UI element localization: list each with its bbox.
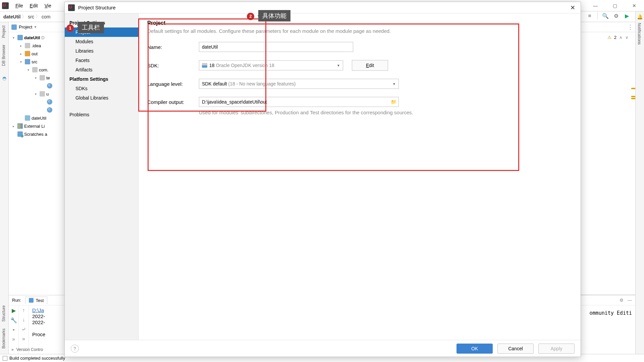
annotation-callout-1: 1 工具栏 (66, 22, 104, 33)
wrench-icon[interactable]: 🔧 (10, 317, 17, 323)
chevron-down-icon[interactable]: ▼ (34, 25, 37, 29)
status-message: Build completed successfully (9, 356, 65, 361)
run-hide-icon[interactable]: — (628, 298, 632, 303)
annotation-tag-1: 工具栏 (78, 22, 104, 33)
nav-down-icon[interactable]: ∨ (625, 35, 629, 40)
stop-icon[interactable]: ■ (587, 13, 593, 19)
breadcrumb-src[interactable]: src (28, 14, 34, 19)
annotation-num-1: 1 (66, 24, 74, 32)
browse-folder-icon[interactable]: 📁 (391, 99, 396, 105)
build-icon[interactable] (3, 356, 7, 361)
nav-up-icon[interactable]: ∧ (619, 35, 623, 40)
tree-com[interactable]: com. (39, 67, 48, 72)
warning-icon: ⚠ (607, 35, 611, 40)
menu-view[interactable]: Vie (41, 2, 55, 9)
editor-gutter-markers (631, 22, 635, 295)
menu-edit-label: dit (33, 3, 38, 8)
scroll-icon[interactable]: » (22, 336, 25, 342)
sdk-edit-button[interactable]: Edit (352, 60, 388, 71)
stop-square-icon[interactable]: ▪ (13, 327, 15, 333)
tool-tab-version-control[interactable]: Version Contro (16, 347, 43, 352)
sidebar-item-sdks[interactable]: SDKs (65, 84, 138, 93)
close-window-button[interactable]: ✕ (625, 0, 644, 11)
database-icon[interactable]: ◓ (0, 75, 8, 81)
play-icon[interactable]: ▶ (12, 307, 16, 314)
app-logo (2, 2, 9, 9)
sidebar-item-modules[interactable]: Modules (65, 37, 138, 46)
annotation-num-2: 2 (247, 13, 254, 20)
rail-notifications[interactable]: Notifications (636, 19, 643, 48)
dialog-main-panel: Project Default settings for all modules… (139, 13, 581, 340)
sdk-combo[interactable]: 18 Oracle OpenJDK version 18 ▼ (199, 60, 343, 70)
breadcrumb-com[interactable]: com (42, 14, 50, 19)
dialog-footer: ? OK Cancel Apply (65, 340, 581, 357)
toolbar-divider (597, 12, 598, 19)
tree-out[interactable]: out (32, 51, 38, 56)
apply-button[interactable]: Apply (538, 344, 575, 354)
sidebar-item-global-libraries[interactable]: Global Libraries (65, 93, 138, 103)
editor-inspections[interactable]: ⚠ 2 ∧ ∨ (607, 35, 629, 40)
project-tool-title: Project (19, 24, 32, 29)
gear-icon[interactable]: ⚙ (613, 13, 619, 19)
ok-button[interactable]: OK (457, 344, 493, 354)
rail-db-browser[interactable]: DB Browser (0, 41, 7, 69)
down-arrow-icon[interactable]: ↓ (22, 317, 25, 323)
language-level-label: Language level: (147, 81, 199, 87)
tree-u[interactable]: u (46, 92, 49, 97)
run-anything-icon[interactable]: ▶ (624, 13, 630, 19)
sidebar-section-platform-settings: Platform Settings (65, 74, 138, 84)
run-tab-test[interactable]: Test (25, 297, 47, 304)
compiler-output-label: Compiler output: (147, 99, 199, 105)
tree-root-hint: D (41, 35, 44, 40)
breadcrumb-sep: 〉 (22, 14, 26, 20)
help-button[interactable]: ? (71, 345, 79, 353)
dialog-sidebar: Project Settings Project Modules Librari… (65, 13, 139, 340)
up-arrow-icon[interactable]: ↑ (22, 307, 25, 313)
compiler-output-value: D:\java\idea_space\dateUtil\out (202, 99, 267, 105)
maximize-button[interactable]: ▢ (605, 0, 625, 11)
main-heading: Project (147, 20, 572, 26)
bell-icon[interactable]: 🔔 (636, 14, 644, 19)
dialog-titlebar: Project Structure ✕ (65, 2, 581, 13)
run-gear-icon[interactable]: ⚙ (620, 298, 624, 303)
menu-file[interactable]: File (12, 2, 26, 9)
rail-bookmarks[interactable]: Bookmarks (0, 325, 7, 352)
dialog-close-button[interactable]: ✕ (568, 4, 577, 11)
right-tool-rail: 🔔 Notifications (635, 11, 644, 362)
console-line: 2022- (32, 313, 45, 319)
console-right-text: ommunity Editi (590, 310, 632, 316)
tree-extlib[interactable]: External Li (24, 124, 45, 129)
dialog-logo (68, 4, 75, 11)
name-label: Name: (147, 44, 199, 50)
minimize-button[interactable]: — (586, 0, 605, 11)
sidebar-item-problems[interactable]: Problems (65, 110, 138, 119)
sidebar-item-facets[interactable]: Facets (65, 56, 138, 65)
tree-idea[interactable]: .idea (32, 43, 41, 48)
tree-iml[interactable]: dateUtil (32, 116, 46, 121)
tree-scratches[interactable]: Scratches a (24, 132, 47, 137)
annotation-callout-2: 2 具体功能 (247, 10, 290, 21)
breadcrumb-root[interactable]: dateUtil (3, 14, 20, 19)
search-icon[interactable]: 🔍 (602, 13, 608, 19)
sdk-primary: 18 (209, 63, 215, 68)
language-level-combo[interactable]: SDK default (18 - No new language featur… (199, 79, 399, 89)
compiler-output-field[interactable]: D:\java\idea_space\dateUtil\out 📁 (199, 97, 399, 107)
tree-src[interactable]: src (32, 59, 37, 64)
warning-count: 2 (614, 35, 616, 40)
tree-root[interactable]: dateUtil (24, 35, 40, 40)
window-controls: — ▢ ✕ (586, 0, 644, 11)
soft-wrap-icon[interactable]: ⤶ (21, 326, 26, 333)
tree-te[interactable]: te (46, 75, 50, 80)
rail-project[interactable]: Project (0, 22, 7, 41)
sidebar-item-artifacts[interactable]: Artifacts (65, 65, 138, 74)
rail-structure[interactable]: Structure (0, 302, 7, 325)
sidebar-item-libraries[interactable]: Libraries (65, 46, 138, 56)
project-structure-dialog: Project Structure ✕ Project Settings Pro… (64, 2, 581, 357)
cancel-button[interactable]: Cancel (497, 344, 534, 354)
console-link[interactable]: D:\Ja (32, 307, 44, 313)
console-line: 2022- (32, 319, 45, 325)
more-icon[interactable]: » (12, 336, 15, 342)
jdk-icon (202, 63, 207, 68)
project-name-input[interactable] (199, 42, 353, 52)
menu-edit[interactable]: Edit (26, 2, 41, 9)
